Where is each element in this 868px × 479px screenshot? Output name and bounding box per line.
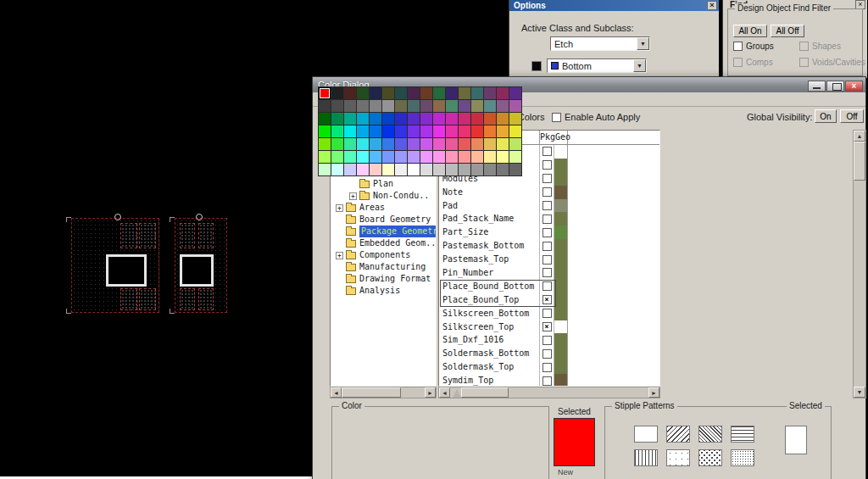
stipple-hlines-swatch[interactable] (731, 426, 754, 443)
visibility-checkbox[interactable] (542, 174, 552, 183)
tree-item[interactable]: Plan (331, 178, 436, 190)
palette-color[interactable] (497, 138, 509, 150)
palette-color[interactable] (420, 151, 432, 163)
palette-color[interactable] (497, 125, 509, 137)
palette-color[interactable] (484, 113, 496, 125)
palette-color[interactable] (395, 151, 407, 163)
palette-color[interactable] (331, 125, 343, 137)
global-visibility-on-button[interactable]: On (815, 109, 837, 123)
palette-color[interactable] (370, 87, 381, 99)
palette-color[interactable] (319, 87, 331, 99)
maximize-icon[interactable] (826, 81, 844, 92)
palette-color[interactable] (370, 151, 381, 163)
visibility-checkbox[interactable] (542, 228, 552, 237)
palette-color[interactable] (509, 164, 521, 175)
subclass-name[interactable]: Place_Bound_Top (439, 293, 540, 307)
subclass-color-swatch[interactable] (554, 239, 568, 253)
palette-color[interactable] (370, 113, 381, 125)
palette-color[interactable] (344, 164, 356, 175)
subclass-name[interactable]: Silkscreen_Bottom (439, 307, 540, 320)
palette-color[interactable] (395, 113, 407, 125)
minimize-icon[interactable] (808, 81, 826, 92)
active-subclass-dropdown[interactable]: Bottom ▼ (547, 58, 647, 73)
palette-color[interactable] (370, 164, 381, 175)
palette-color[interactable] (357, 151, 369, 163)
palette-color[interactable] (357, 138, 369, 150)
palette-color[interactable] (459, 87, 470, 99)
palette-color[interactable] (331, 100, 343, 112)
scroll-up-icon[interactable]: ▲ (854, 131, 865, 142)
palette-color[interactable] (509, 138, 521, 150)
tree-item[interactable]: Manufacturing (331, 261, 436, 273)
palette-color[interactable] (395, 164, 407, 175)
palette-color[interactable] (420, 164, 432, 175)
palette-color[interactable] (344, 138, 356, 150)
footprint-preview-left[interactable] (71, 218, 159, 313)
palette-color[interactable] (319, 151, 331, 163)
palette-color[interactable] (408, 113, 420, 125)
palette-color[interactable] (471, 164, 483, 175)
visibility-checkbox[interactable] (542, 201, 552, 210)
palette-color[interactable] (471, 113, 483, 125)
subclass-color-swatch[interactable] (554, 333, 568, 347)
subclass-color-swatch[interactable] (554, 320, 568, 334)
palette-color[interactable] (344, 100, 356, 112)
subclass-color-swatch[interactable] (554, 212, 568, 226)
palette-color[interactable] (446, 125, 458, 137)
tree-item[interactable]: +Components (331, 249, 436, 261)
palette-color[interactable] (433, 164, 445, 175)
palette-color[interactable] (509, 113, 521, 125)
stipple-solid-swatch[interactable] (634, 426, 658, 443)
palette-color[interactable] (382, 87, 394, 99)
design-canvas[interactable]: { "icons": { "scroll_up": "▲", "scroll_d… (0, 0, 868, 479)
palette-color[interactable] (484, 151, 496, 163)
table-horizontal-scrollbar[interactable]: ◄ ► (438, 387, 660, 398)
palette-color[interactable] (497, 113, 509, 125)
palette-color[interactable] (357, 113, 369, 125)
subclass-color-swatch[interactable] (554, 347, 568, 360)
subclass-color-swatch[interactable] (554, 360, 568, 374)
palette-color[interactable] (408, 87, 420, 99)
palette-color[interactable] (433, 138, 445, 150)
subclass-color-swatch[interactable] (554, 374, 568, 387)
visibility-checkbox[interactable] (542, 268, 552, 277)
stipple-dots-sparse-swatch[interactable] (666, 449, 690, 466)
subclass-name[interactable]: Symdim_Top (439, 374, 540, 387)
palette-color[interactable] (509, 151, 521, 163)
palette-color[interactable] (331, 151, 343, 163)
palette-color[interactable] (357, 87, 369, 99)
palette-color[interactable] (446, 113, 458, 125)
subclass-name[interactable]: Sim_Dxf_1016 (439, 333, 540, 347)
palette-color[interactable] (446, 151, 458, 163)
palette-color[interactable] (484, 138, 496, 150)
all-off-button[interactable]: All Off (771, 25, 804, 37)
tree-item[interactable]: Package Geometry (331, 226, 436, 237)
close-icon[interactable]: × (707, 1, 717, 10)
visibility-checkbox[interactable] (542, 242, 552, 251)
scrollbar-thumb[interactable] (461, 387, 509, 398)
subclass-color-swatch[interactable] (554, 199, 568, 213)
palette-color[interactable] (344, 113, 356, 125)
tree-item[interactable]: Board Geometry (331, 214, 436, 226)
palette-color[interactable] (344, 151, 356, 163)
subclass-name[interactable]: Soldermask_Top (439, 360, 540, 374)
subclass-name[interactable]: Soldermask_Bottom (439, 347, 540, 360)
palette-color[interactable] (319, 164, 331, 175)
palette-color[interactable] (408, 151, 420, 163)
palette-color[interactable] (433, 113, 445, 125)
all-on-button[interactable]: All On (733, 25, 767, 37)
palette-color[interactable] (471, 151, 483, 163)
subclass-name[interactable]: Pastemask_Bottom (439, 239, 540, 253)
palette-color[interactable] (331, 164, 343, 175)
tree-item[interactable]: Embedded Geom.. (331, 237, 436, 249)
scroll-down-icon[interactable]: ▼ (854, 387, 865, 398)
palette-color[interactable] (420, 100, 432, 112)
palette-color[interactable] (446, 87, 458, 99)
subclass-name[interactable]: Pin_Number (439, 266, 540, 280)
palette-color[interactable] (484, 125, 496, 137)
palette-color[interactable] (420, 125, 432, 137)
palette-color[interactable] (484, 100, 496, 112)
palette-color[interactable] (433, 100, 445, 112)
palette-color[interactable] (459, 113, 470, 125)
stipple-diag-back-swatch[interactable] (666, 426, 690, 443)
